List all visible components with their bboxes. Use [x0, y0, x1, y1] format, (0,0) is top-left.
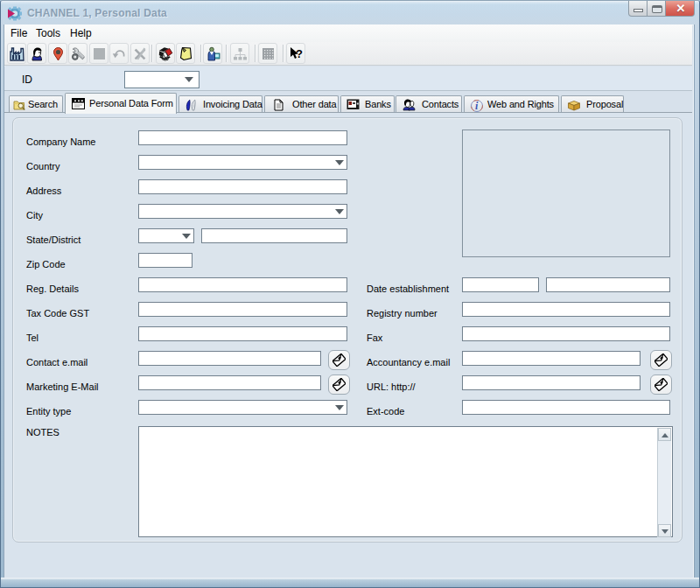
svg-text:i: i	[475, 100, 479, 112]
svg-text:?: ?	[296, 47, 303, 60]
